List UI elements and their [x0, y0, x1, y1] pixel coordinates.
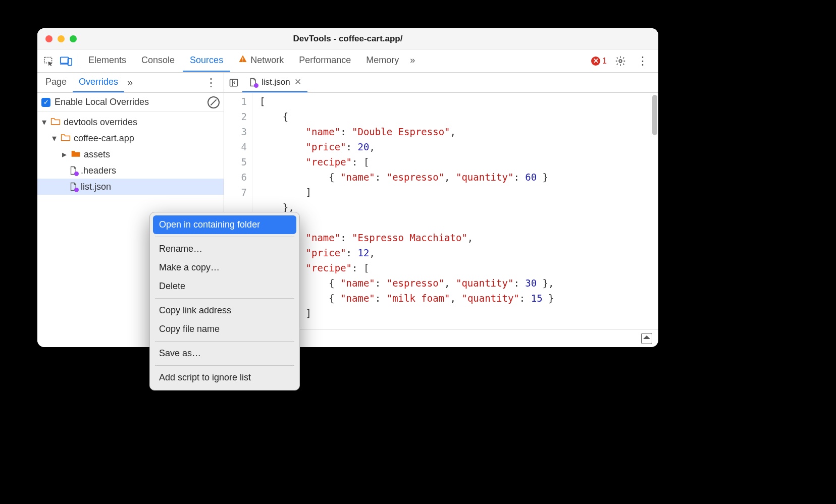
tab-network[interactable]: Network — [231, 49, 291, 72]
tree-label: coffee-cart.app — [74, 133, 134, 144]
svg-point-6 — [619, 60, 622, 63]
cm-make-copy[interactable]: Make a copy… — [153, 258, 296, 277]
editor-tab-label: list.json — [262, 77, 290, 87]
tree-domain-folder[interactable]: ▾ coffee-cart.app — [37, 130, 224, 146]
error-icon: ✕ — [591, 57, 600, 66]
tree-headers-file[interactable]: .headers — [37, 162, 224, 179]
svg-rect-5 — [242, 61, 243, 62]
enable-overrides-row: ✓ Enable Local Overrides — [37, 93, 224, 112]
tab-elements[interactable]: Elements — [81, 50, 133, 72]
titlebar: DevTools - coffee-cart.app/ — [37, 28, 658, 49]
cm-add-ignore-list[interactable]: Add script to ignore list — [153, 368, 296, 387]
errors-badge[interactable]: ✕ 1 — [591, 57, 607, 66]
tabs-overflow[interactable]: » — [407, 50, 418, 72]
cm-separator — [155, 298, 294, 299]
file-icon — [69, 182, 78, 191]
tree-root-folder[interactable]: ▾ devtools overrides — [37, 114, 224, 130]
file-icon — [248, 78, 257, 87]
code-content: [ { "name": "Double Espresso", "price": … — [252, 93, 658, 329]
tree-assets-folder[interactable]: ▸ assets — [37, 146, 224, 162]
body: Page Overrides » ⋮ ✓ Enable Local Overri… — [37, 73, 658, 347]
tree-label: list.json — [81, 182, 111, 192]
cm-separator — [155, 365, 294, 366]
tab-performance[interactable]: Performance — [292, 50, 358, 72]
cm-open-in-folder[interactable]: Open in containing folder — [153, 215, 296, 234]
svg-rect-1 — [61, 57, 68, 63]
cm-save-as[interactable]: Save as… — [153, 344, 296, 363]
editor-tabs: list.json ✕ — [224, 73, 658, 93]
scrollbar-thumb[interactable] — [652, 95, 657, 135]
override-indicator-icon — [254, 83, 258, 88]
panel-tabs: Elements Console Sources Network Perform… — [81, 49, 418, 72]
sidebar-tab-page[interactable]: Page — [39, 73, 73, 92]
show-drawer-icon[interactable] — [641, 333, 652, 344]
enable-overrides-label: Enable Local Overrides — [55, 97, 149, 107]
cm-separator — [155, 341, 294, 342]
chevron-right-icon: ▸ — [61, 149, 68, 160]
sidebar-tabs-overflow[interactable]: » — [127, 77, 133, 88]
cm-rename[interactable]: Rename… — [153, 240, 296, 258]
cm-copy-link[interactable]: Copy link address — [153, 301, 296, 320]
tree-label: assets — [84, 149, 110, 160]
sidebar-tab-overrides[interactable]: Overrides — [73, 73, 124, 92]
devtools-window: DevTools - coffee-cart.app/ Elements Con… — [37, 28, 658, 347]
close-tab-icon[interactable]: ✕ — [294, 77, 301, 87]
main-toolbar: Elements Console Sources Network Perform… — [37, 49, 658, 73]
tab-sources[interactable]: Sources — [183, 50, 230, 72]
folder-icon — [61, 133, 71, 144]
clear-overrides-icon[interactable] — [207, 96, 220, 108]
override-indicator-icon — [74, 188, 79, 192]
toolbar-separator — [78, 54, 78, 68]
cm-delete[interactable]: Delete — [153, 277, 296, 296]
tab-console[interactable]: Console — [134, 50, 182, 72]
tree-label: devtools overrides — [64, 117, 137, 128]
kebab-menu-icon[interactable]: ⋮ — [634, 52, 651, 70]
sidebar-tabs: Page Overrides » ⋮ — [37, 73, 224, 93]
settings-icon[interactable] — [612, 52, 629, 70]
tree-list-file[interactable]: list.json — [37, 179, 224, 195]
tab-memory[interactable]: Memory — [359, 50, 406, 72]
collapse-sidebar-icon[interactable] — [227, 76, 240, 89]
inspect-element-icon[interactable] — [40, 52, 58, 70]
sidebar-kebab-icon[interactable]: ⋮ — [200, 76, 222, 89]
chevron-down-icon: ▾ — [40, 117, 47, 128]
window-maximize-button[interactable] — [70, 35, 77, 42]
editor-tab-list-json[interactable]: list.json ✕ — [242, 73, 307, 92]
override-indicator-icon — [74, 172, 79, 176]
error-count: 1 — [602, 57, 607, 66]
device-toolbar-icon[interactable] — [58, 52, 75, 70]
cm-separator — [155, 237, 294, 237]
tree-label: .headers — [81, 165, 116, 176]
traffic-lights — [37, 35, 77, 42]
folder-icon — [71, 149, 81, 160]
svg-rect-0 — [44, 57, 52, 63]
context-menu: Open in containing folder Rename… Make a… — [149, 212, 300, 390]
svg-rect-4 — [242, 58, 243, 60]
enable-overrides-checkbox[interactable]: ✓ — [41, 98, 50, 107]
folder-icon — [50, 117, 61, 128]
cm-copy-file-name[interactable]: Copy file name — [153, 320, 296, 339]
window-title: DevTools - coffee-cart.app/ — [37, 34, 658, 44]
warning-icon — [238, 54, 247, 66]
chevron-down-icon: ▾ — [50, 133, 58, 144]
window-minimize-button[interactable] — [58, 35, 65, 42]
window-close-button[interactable] — [45, 35, 53, 42]
file-icon — [69, 166, 78, 175]
